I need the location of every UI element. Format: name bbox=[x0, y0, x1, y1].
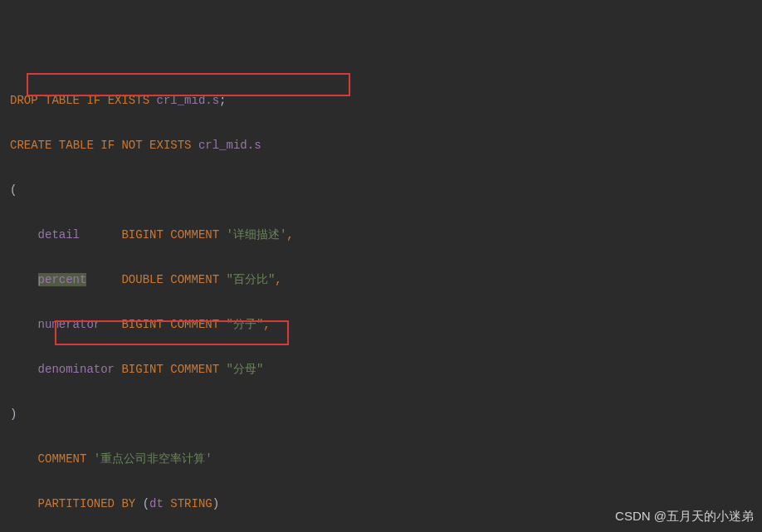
code-line-8[interactable]: ) bbox=[0, 403, 762, 426]
code-line-2[interactable]: CREATE TABLE IF NOT EXISTS crl_mid.s bbox=[0, 134, 762, 157]
watermark: CSDN @五月天的小迷弟 bbox=[615, 505, 754, 527]
code-line-6[interactable]: numerator BIGINT COMMENT "分子", bbox=[0, 314, 762, 336]
code-line-3[interactable]: ( bbox=[0, 179, 762, 202]
code-line-7[interactable]: denominator BIGINT COMMENT "分母" bbox=[0, 359, 762, 381]
code-line-5[interactable]: percent DOUBLE COMMENT "百分比", bbox=[0, 269, 762, 291]
code-line-1[interactable]: DROP TABLE IF EXISTS crl_mid.s; bbox=[0, 90, 762, 112]
code-line-4[interactable]: detail BIGINT COMMENT '详细描述', bbox=[0, 224, 762, 246]
code-line-9[interactable]: COMMENT '重点公司非空率计算' bbox=[0, 448, 762, 471]
